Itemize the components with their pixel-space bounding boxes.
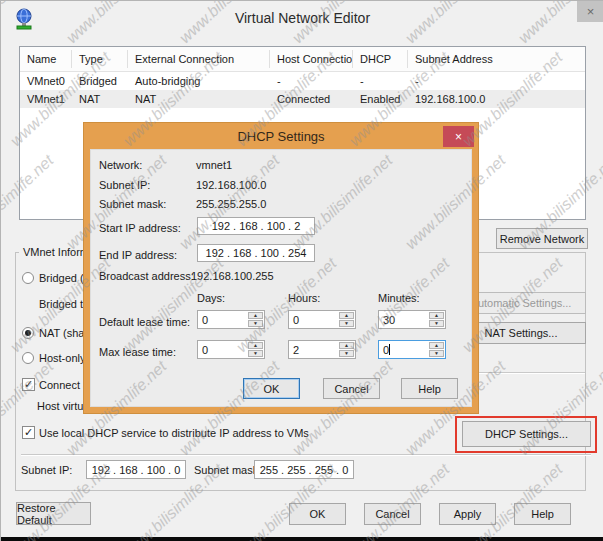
apply-button[interactable]: Apply [439,503,496,525]
default-lease-days-value: 0 [202,314,208,326]
spinner-up-icon[interactable]: ▲ [339,342,354,349]
spinner-down-icon[interactable]: ▼ [248,320,263,327]
spinner: ▲▼ [248,312,263,327]
bottom-separator [21,454,591,456]
default-lease-minutes-value: 30 [383,314,395,326]
max-lease-days-value: 0 [202,344,208,356]
cell-name: VMnet0 [20,75,72,87]
spinner-up-icon[interactable]: ▲ [429,342,444,349]
subnet-ip-label: Subnet IP: [21,464,72,476]
spinner: ▲▼ [429,342,444,357]
spinner: ▲▼ [339,312,354,327]
use-dhcp-checkbox[interactable]: ✓ [22,426,35,439]
dialog-help-button[interactable]: Help [401,378,458,399]
dialog-ok-button[interactable]: OK [243,378,300,399]
spinner-down-icon[interactable]: ▼ [429,320,444,327]
default-lease-days-input[interactable]: 0 ▲▼ [197,310,265,329]
help-button[interactable]: Help [514,503,571,525]
dialog-title: DHCP Settings [84,129,478,144]
table-row-vmnet0[interactable]: VMnet0 Bridged Auto-bridging - - - [20,72,585,90]
spinner: ▲▼ [248,342,263,357]
cell-name: VMnet1 [20,93,72,105]
spinner-up-icon[interactable]: ▲ [339,312,354,319]
col-host-connection: Host Connection [270,50,353,68]
nat-radio[interactable] [22,327,34,339]
spinner-down-icon[interactable]: ▼ [339,320,354,327]
cell-subnet: - [408,75,585,87]
col-type: Type [72,50,128,68]
red-highlight-annotation [455,416,597,453]
subnet-ip-input[interactable]: 192 . 168 . 100 . 0 [86,460,186,479]
window-bottom-edge [1,537,603,541]
text-caret [389,344,390,355]
cell-type: NAT [72,93,128,105]
cancel-button[interactable]: Cancel [364,503,421,525]
remove-network-button[interactable]: Remove Network [496,228,588,249]
restore-default-button[interactable]: Restore Default [16,502,91,525]
cell-host: - [270,75,353,87]
spinner: ▲▼ [429,312,444,327]
col-name: Name [20,50,72,68]
col-external-connection: External Connection [128,50,270,68]
dialog-body [90,149,472,407]
max-lease-days-input[interactable]: 0 ▲▼ [197,340,265,359]
max-lease-minutes-input[interactable]: 0 ▲▼ [378,340,446,359]
cell-subnet: 192.168.100.0 [408,93,585,105]
use-dhcp-label: Use local DHCP service to distribute IP … [39,427,309,439]
end-ip-input[interactable]: 192 . 168 . 100 . 254 [197,244,315,262]
max-lease-hours-value: 2 [293,344,299,356]
default-lease-hours-value: 0 [293,314,299,326]
ok-button[interactable]: OK [289,503,346,525]
start-ip-input[interactable]: 192 . 168 . 100 . 2 [197,217,315,235]
network-table-header: Name Type External Connection Host Conne… [20,47,585,72]
cell-dhcp: - [353,75,408,87]
spinner: ▲▼ [339,342,354,357]
dialog-close-icon[interactable]: × [443,126,474,147]
cell-type: Bridged [72,75,128,87]
titlebar: Virtual Network Editor × [1,1,603,41]
cell-host: Connected [270,93,353,105]
spinner-up-icon[interactable]: ▲ [248,312,263,319]
subnet-mask-input[interactable]: 255 . 255 . 255 . 0 [254,460,354,479]
spinner-down-icon[interactable]: ▼ [339,350,354,357]
host-only-radio[interactable] [22,352,34,364]
connect-adapter-checkbox[interactable]: ✓ [22,378,35,391]
bridged-radio[interactable] [22,272,34,284]
spinner-down-icon[interactable]: ▼ [248,350,263,357]
col-dhcp: DHCP [353,50,408,68]
window-title: Virtual Network Editor [1,10,603,26]
table-row-vmnet1[interactable]: VMnet1 NAT NAT Connected Enabled 192.168… [20,90,585,108]
window-close-icon[interactable]: × [577,1,603,22]
spinner-up-icon[interactable]: ▲ [248,342,263,349]
dhcp-settings-dialog: DHCP Settings × [83,122,479,414]
dialog-cancel-button[interactable]: Cancel [323,378,380,399]
spinner-up-icon[interactable]: ▲ [429,312,444,319]
max-lease-hours-input[interactable]: 2 ▲▼ [288,340,356,359]
cell-external: NAT [128,93,270,105]
spinner-down-icon[interactable]: ▼ [429,350,444,357]
default-lease-minutes-input[interactable]: 30 ▲▼ [378,310,446,329]
subnet-mask-label: Subnet mask: [194,464,261,476]
cell-dhcp: Enabled [353,93,408,105]
cell-external: Auto-bridging [128,75,270,87]
default-lease-hours-input[interactable]: 0 ▲▼ [288,310,356,329]
col-subnet-address: Subnet Address [408,50,585,68]
virtual-network-editor-window: Virtual Network Editor × Name Type Exter… [0,0,603,541]
